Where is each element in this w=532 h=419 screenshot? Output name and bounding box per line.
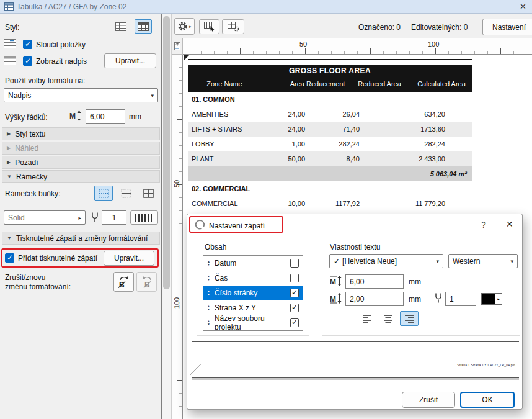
section-text-style[interactable]: ▶ Styl textu — [2, 127, 160, 140]
section-label: Náhled — [15, 144, 38, 153]
reorder-handle-icon[interactable]: ▲▼ — [207, 260, 210, 266]
section-borders[interactable]: ▼ Rámečky — [2, 170, 160, 183]
footer-item-checkbox[interactable] — [290, 289, 299, 297]
style-header-grid-button[interactable] — [135, 19, 152, 34]
footer-preview: Strana 1 Strana 1 z 1 AC27_LR_04.pln — [192, 341, 519, 378]
border-all-button[interactable] — [94, 186, 113, 201]
flyout-arrow-icon: ▸ — [495, 294, 502, 304]
footer-edit-button[interactable]: Upravit... — [104, 251, 154, 266]
align-left-button[interactable] — [358, 311, 376, 326]
footer-content-list[interactable]: ▲▼Datum▲▼Čas▲▼Číslo stránky▲▼Strana X z … — [203, 255, 303, 331]
column-tool-button[interactable] — [199, 19, 219, 34]
table-row[interactable]: COMMERCIAL10,001177,9211 779,20 — [188, 196, 472, 211]
format-target-select[interactable]: Nadpis ▾ — [4, 88, 158, 102]
dialog-cancel-button[interactable]: Zrušit — [402, 392, 455, 408]
v-ruler — [172, 55, 183, 419]
footer-preview-caption: Strana 1 Strana 1 z 1 AC27_LR_04.pln — [457, 363, 515, 367]
chevron-down-icon: ▼ — [7, 174, 12, 179]
show-header-checkbox[interactable] — [23, 56, 32, 66]
footer-item-checkbox[interactable] — [290, 318, 299, 327]
table-settings-menu-button[interactable]: ▸ — [174, 18, 195, 35]
app-window: Tabulka / AC27 / GFA by Zone 02 ✕ Styl: … — [0, 0, 532, 419]
footer-content-item[interactable]: ▲▼Číslo stránky — [203, 286, 303, 300]
footer-item-checkbox[interactable] — [290, 274, 299, 282]
align-center-button[interactable] — [379, 311, 397, 326]
footer-item-checkbox[interactable] — [290, 304, 299, 312]
footer-item-label: Datum — [215, 259, 236, 268]
line-spacing-input[interactable]: 2,00 — [345, 292, 404, 306]
table-gear-icon — [228, 22, 239, 32]
merge-items-checkbox[interactable] — [23, 40, 32, 49]
undo-format-icon: B — [117, 274, 131, 289]
column-header-zone-name: Zone Name — [188, 76, 261, 92]
table-row[interactable]: AMENITIES24,0026,04634,20 — [188, 107, 472, 122]
column-header-reduced-area: Reduced Area — [348, 76, 410, 92]
add-footer-checkbox[interactable] — [5, 253, 14, 263]
text-size-input[interactable]: 6,00 — [345, 274, 404, 289]
font-select[interactable]: ✓ [Helvetica Neue] ▾ — [329, 254, 443, 268]
window-title: Tabulka / AC27 / GFA by Zone 02 — [17, 2, 126, 11]
section-background[interactable]: ▶ Pozadí — [2, 156, 160, 169]
gfa-table-body: 01. COMMONAMENITIES24,0026,04634,20LIFTS… — [188, 92, 472, 211]
align-left-icon — [362, 314, 372, 323]
grid-icon — [115, 22, 126, 31]
column-header-calculated-area: Calculated Area — [410, 76, 472, 92]
sidebar-scrollbar-thumb[interactable] — [163, 16, 170, 289]
header-edit-button[interactable]: Upravit... — [104, 53, 156, 68]
footer-content-item[interactable]: ▲▼Strana X z Y — [203, 300, 303, 315]
header-grid-icon — [138, 22, 149, 31]
table-row[interactable]: PLANT50,008,402 433,00 — [188, 151, 472, 166]
script-select[interactable]: Western ▾ — [448, 254, 518, 268]
dialog-close-button[interactable]: ✕ — [506, 219, 513, 229]
ruler-corner[interactable] — [172, 38, 183, 55]
button-label: Nastavení — [492, 23, 526, 32]
border-outer-button[interactable] — [139, 186, 157, 201]
footer-content-item[interactable]: ▲▼Název souboru projektu — [203, 315, 303, 330]
footer-pen-input[interactable]: 1 — [445, 292, 476, 306]
window-close-icon[interactable]: ✕ — [520, 2, 526, 11]
show-header-icon — [4, 56, 16, 65]
section-footer[interactable]: ▼ Tisknutelné zápatí a změny formátování — [2, 232, 160, 245]
reorder-handle-icon[interactable]: ▲▼ — [207, 320, 210, 326]
table-row[interactable]: LOBBY1,00282,24282,24 — [188, 137, 472, 151]
section-label: Styl textu — [15, 130, 45, 138]
input-value: 2,00 — [350, 295, 364, 304]
dialog-help-button[interactable]: ? — [481, 220, 486, 230]
footer-item-checkbox[interactable] — [290, 259, 299, 268]
footer-content-item[interactable]: ▲▼Čas — [203, 271, 303, 286]
chevron-down-icon: ▼ — [7, 235, 12, 241]
style-grid-button[interactable] — [112, 19, 130, 34]
line-type-select[interactable]: Solid ▸ — [4, 210, 86, 225]
border-inner-button[interactable] — [117, 186, 135, 201]
chevron-right-icon: ▶ — [7, 160, 11, 165]
dialog-ok-button[interactable]: OK — [460, 392, 515, 408]
scheme-settings-button[interactable] — [222, 19, 244, 34]
settings-button[interactable]: Nastavení — [482, 19, 532, 35]
page-top-line — [188, 59, 472, 60]
input-value: 6,00 — [90, 112, 104, 121]
footer-content-item[interactable]: ▲▼Datum — [203, 256, 303, 271]
reorder-handle-icon[interactable]: ▲▼ — [207, 290, 210, 296]
pen-color-swatch[interactable]: ▸ — [481, 293, 502, 305]
table-group-row[interactable]: 01. COMMON — [188, 92, 472, 107]
footer-item-label: Název souboru projektu — [215, 314, 286, 331]
table-group-row[interactable]: 02. COMMERCIAL — [188, 181, 472, 196]
footer-item-label: Číslo stránky — [215, 289, 257, 297]
line-pattern-button[interactable] — [130, 210, 158, 225]
table-row[interactable]: LIFTS + STAIRS24,0071,401713,60 — [188, 122, 472, 137]
align-right-button[interactable] — [400, 311, 419, 326]
check-icon: ✓ — [334, 257, 340, 266]
svg-text:M: M — [330, 295, 336, 304]
gfa-table[interactable]: GROSS FLOOR AREA Zone Name Area Reduceme… — [188, 65, 472, 211]
input-value: 6,00 — [350, 277, 364, 286]
reorder-handle-icon[interactable]: ▲▼ — [207, 305, 210, 311]
undo-format-button[interactable]: B — [113, 272, 134, 292]
footer-pen-icon — [434, 292, 443, 304]
selected-value: Solid — [8, 214, 25, 222]
row-height-input[interactable]: 6,00 — [86, 109, 125, 124]
selected-count: Označeno: 0 — [358, 23, 401, 32]
reorder-handle-icon[interactable]: ▲▼ — [207, 275, 210, 281]
text-size-unit: mm — [409, 277, 421, 286]
footer-dialog-title: Nastavení zápatí — [209, 222, 265, 230]
pen-weight-input[interactable]: 1 — [102, 210, 126, 225]
